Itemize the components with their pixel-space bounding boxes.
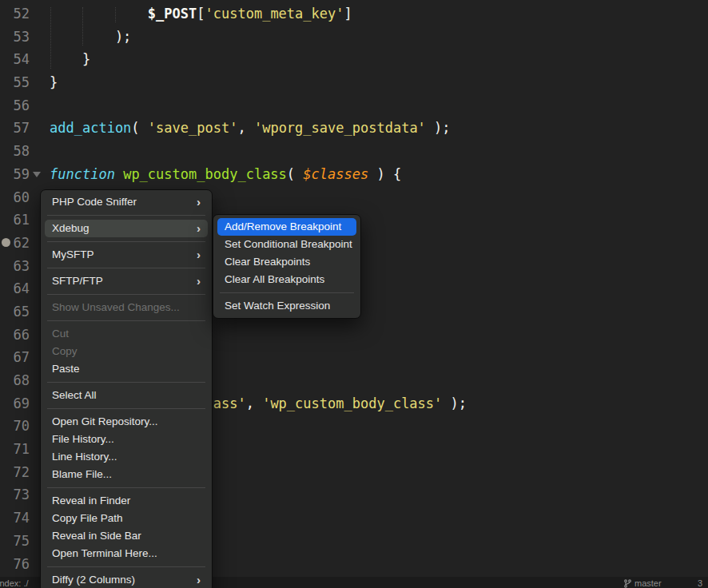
xdebug-submenu: Add/Remove BreakpointSet Conditional Bre…	[213, 214, 361, 319]
menu-item-diffy-2-columns[interactable]: Diffy (2 Columns)›	[45, 571, 208, 588]
line-number: 56	[0, 94, 30, 117]
menu-item-open-git-repository[interactable]: Open Git Repository...	[45, 413, 208, 431]
menu-separator	[47, 408, 205, 409]
menu-item-add-remove-breakpoint[interactable]: Add/Remove Breakpoint	[217, 218, 356, 236]
line-number: 72	[0, 461, 30, 484]
menu-separator	[47, 487, 205, 488]
menu-item-clear-all-breakpoints[interactable]: Clear All Breakpoints	[217, 271, 356, 288]
menu-item-mysftp[interactable]: MySFTP›	[45, 246, 208, 264]
line-number: 59	[0, 163, 30, 186]
menu-item-xdebug[interactable]: Xdebug›	[45, 220, 208, 237]
code-line-55[interactable]: 55}	[0, 71, 708, 94]
context-menu: PHP Code Sniffer›Xdebug›MySFTP›SFTP/FTP›…	[40, 189, 213, 588]
code-text: add_action( 'save_post', 'wporg_save_pos…	[50, 117, 451, 140]
menu-item-clear-breakpoints[interactable]: Clear Breakpoints	[217, 253, 356, 271]
menu-item-reveal-in-finder[interactable]: Reveal in Finder	[45, 492, 208, 510]
menu-item-show-unsaved-changes: Show Unsaved Changes...	[45, 299, 208, 316]
submenu-chevron-icon: ›	[197, 193, 201, 211]
menu-item-paste[interactable]: Paste	[45, 360, 208, 378]
line-number: 58	[0, 140, 30, 163]
menu-separator	[47, 268, 205, 268]
code-text: }	[50, 48, 90, 71]
menu-item-label: File History...	[52, 431, 114, 448]
menu-item-label: Open Git Repository...	[52, 413, 158, 431]
line-number: 68	[0, 369, 30, 392]
menu-item-label: Show Unsaved Changes...	[52, 299, 180, 316]
git-branch-icon	[624, 579, 631, 588]
line-number: 71	[0, 438, 30, 461]
line-number: 74	[0, 507, 30, 530]
menu-item-label: Select All	[52, 387, 97, 404]
menu-item-file-history[interactable]: File History...	[45, 431, 208, 448]
menu-separator	[220, 292, 354, 293]
status-count-badge: 3	[698, 578, 702, 588]
line-number: 63	[0, 255, 30, 278]
menu-separator	[47, 320, 205, 321]
line-number: 57	[0, 117, 30, 140]
menu-item-php-code-sniffer[interactable]: PHP Code Sniffer›	[45, 193, 208, 211]
menu-item-set-conditional-breakpoint[interactable]: Set Conditional Breakpoint	[217, 236, 356, 253]
line-number: 61	[0, 209, 30, 232]
menu-item-label: Add/Remove Breakpoint	[225, 218, 341, 236]
submenu-chevron-icon: ›	[197, 246, 201, 264]
line-number: 52	[0, 2, 30, 26]
code-line-56[interactable]: 56	[0, 94, 708, 117]
line-number: 69	[0, 392, 30, 415]
menu-item-set-watch-expression[interactable]: Set Watch Expression	[217, 297, 356, 315]
menu-separator	[47, 294, 205, 295]
code-editor-window: 52 $_POST['custom_meta_key']53 );54 }55}…	[0, 0, 708, 588]
code-line-57[interactable]: 57add_action( 'save_post', 'wporg_save_p…	[0, 117, 708, 140]
menu-item-blame-file[interactable]: Blame File...	[45, 466, 208, 483]
menu-item-label: Xdebug	[52, 220, 89, 237]
line-number: 73	[0, 483, 30, 507]
line-number: 67	[0, 346, 30, 369]
menu-item-label: PHP Code Sniffer	[52, 193, 137, 211]
line-number: 65	[0, 300, 30, 324]
submenu-chevron-icon: ›	[197, 220, 201, 237]
menu-item-label: Diffy (2 Columns)	[52, 571, 135, 588]
menu-item-label: Set Watch Expression	[225, 297, 330, 315]
line-number: 70	[0, 415, 30, 438]
menu-separator	[47, 241, 205, 242]
line-number: 76	[0, 553, 30, 576]
menu-separator	[47, 566, 205, 567]
menu-item-label: Clear All Breakpoints	[225, 271, 324, 288]
line-number: 75	[0, 530, 30, 553]
line-number: 60	[0, 186, 30, 209]
menu-item-select-all[interactable]: Select All	[45, 387, 208, 404]
git-branch-name: master	[634, 578, 662, 588]
menu-item-label: Reveal in Side Bar	[52, 527, 141, 545]
fold-collapse-icon[interactable]	[33, 172, 41, 177]
menu-item-label: Cut	[52, 325, 69, 343]
menu-item-label: SFTP/FTP	[52, 272, 103, 290]
code-text: }	[50, 71, 58, 94]
menu-item-label: Paste	[52, 360, 80, 378]
menu-item-line-history[interactable]: Line History...	[45, 448, 208, 466]
code-line-58[interactable]: 58	[0, 140, 708, 163]
code-line-53[interactable]: 53 );	[0, 26, 708, 49]
menu-item-label: Copy File Path	[52, 510, 123, 527]
code-line-52[interactable]: 52 $_POST['custom_meta_key']	[0, 2, 708, 26]
menu-item-open-terminal-here[interactable]: Open Terminal Here...	[45, 545, 208, 562]
submenu-chevron-icon: ›	[197, 272, 201, 290]
code-line-54[interactable]: 54 }	[0, 48, 708, 71]
menu-item-label: Copy	[52, 343, 78, 360]
status-index-path: index: ./	[0, 578, 29, 588]
menu-item-reveal-in-side-bar[interactable]: Reveal in Side Bar	[45, 527, 208, 545]
line-number: 66	[0, 324, 30, 347]
git-branch-indicator[interactable]: master	[624, 578, 662, 588]
code-line-59[interactable]: 59function wp_custom_body_class( $classe…	[0, 163, 708, 186]
line-number: 54	[0, 48, 30, 71]
menu-separator	[47, 215, 205, 216]
line-number: 64	[0, 277, 30, 300]
menu-item-sftp-ftp[interactable]: SFTP/FTP›	[45, 272, 208, 290]
menu-item-label: Open Terminal Here...	[52, 545, 157, 562]
menu-item-copy-file-path[interactable]: Copy File Path	[45, 510, 208, 527]
line-number: 53	[0, 26, 30, 49]
code-text: $_POST['custom_meta_key']	[50, 2, 352, 26]
menu-item-label: Blame File...	[52, 466, 112, 483]
menu-separator	[47, 382, 205, 383]
menu-item-label: Reveal in Finder	[52, 492, 130, 510]
line-number: 55	[0, 71, 30, 94]
menu-item-label: Line History...	[52, 448, 117, 466]
